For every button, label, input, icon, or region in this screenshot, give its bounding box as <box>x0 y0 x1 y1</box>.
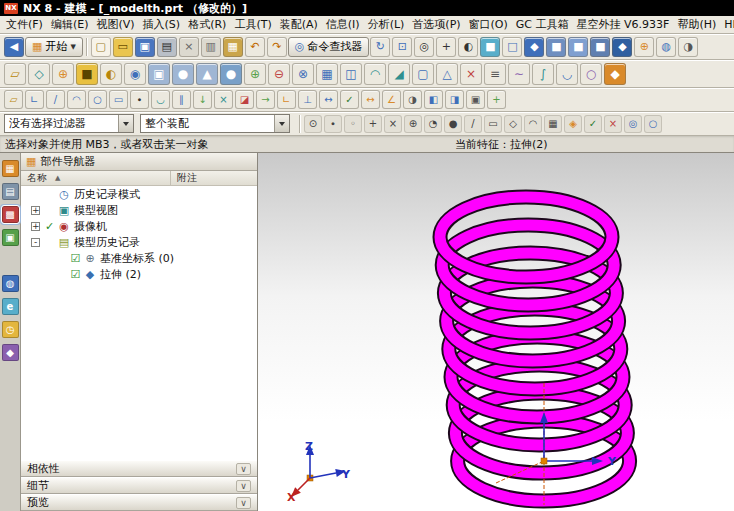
chamfer-icon[interactable]: ◢ <box>388 63 410 85</box>
sew-icon[interactable]: ∼ <box>508 63 530 85</box>
tangent-point-icon[interactable]: ◠ <box>524 115 542 133</box>
expander-icon[interactable] <box>57 254 66 263</box>
redo-icon[interactable]: ↷ <box>267 37 287 57</box>
open-icon[interactable]: ▭ <box>113 37 133 57</box>
tree-item-model-history[interactable]: - ▤ 模型历史记录 <box>21 234 257 250</box>
clip-section-icon[interactable]: ◨ <box>445 90 464 109</box>
part-navigator-icon[interactable]: ▩ <box>2 206 19 223</box>
show-and-hide-icon[interactable]: ◑ <box>403 90 422 109</box>
menu-file[interactable]: 文件(F) <box>2 16 47 33</box>
shell-icon[interactable]: ▢ <box>412 63 434 85</box>
part-navigator-header[interactable]: ▦ 部件导航器 <box>21 153 257 171</box>
mirror-feature-icon[interactable]: ◫ <box>340 63 362 85</box>
point-icon[interactable]: ∙ <box>130 90 149 109</box>
tree-item-extrude[interactable]: ☑ ◆ 拉伸 (2) <box>21 266 257 282</box>
circle-icon[interactable]: ○ <box>88 90 107 109</box>
system-materials-icon[interactable]: ◆ <box>2 344 19 361</box>
quick-extend-icon[interactable]: → <box>256 90 275 109</box>
back-icon[interactable]: ◀ <box>4 37 24 57</box>
existing-point-icon[interactable]: ● <box>444 115 462 133</box>
sketch-icon[interactable]: ▱ <box>4 63 26 85</box>
expander-icon[interactable]: + <box>31 206 40 215</box>
trim-body-icon[interactable]: × <box>460 63 482 85</box>
rectangle-icon[interactable]: ▭ <box>109 90 128 109</box>
command-finder-button[interactable]: ◎ 命令查找器 <box>288 37 370 57</box>
wcs-orient-icon[interactable]: ◈ <box>564 115 582 133</box>
sphere-icon[interactable]: ● <box>220 63 242 85</box>
copy-icon[interactable]: ▥ <box>201 37 221 57</box>
undo-icon[interactable]: ↶ <box>245 37 265 57</box>
menu-hb-mould[interactable]: HB_MOULD M6.6 <box>720 17 734 32</box>
wireframe-view-icon[interactable]: □ <box>502 37 522 57</box>
paste-icon[interactable]: ▦ <box>223 37 243 57</box>
thicken-icon[interactable]: ≡ <box>484 63 506 85</box>
profile-icon[interactable]: ∟ <box>25 90 44 109</box>
edge-blend-icon[interactable]: ◠ <box>364 63 386 85</box>
expander-icon[interactable]: - <box>31 238 40 247</box>
menu-window[interactable]: 窗口(O) <box>465 16 512 33</box>
tree-item-history-mode[interactable]: ◷ 历史记录模式 <box>21 186 257 202</box>
hole-icon[interactable]: ◉ <box>124 63 146 85</box>
chevron-down-icon[interactable]: ∨ <box>236 463 251 475</box>
checkbox-icon[interactable]: ☑ <box>69 268 82 281</box>
point-on-face-icon[interactable]: ▭ <box>484 115 502 133</box>
graphics-viewport[interactable]: Y Z Y X <box>258 153 734 511</box>
draft-icon[interactable]: △ <box>436 63 458 85</box>
spring-model[interactable] <box>440 197 630 501</box>
menu-insert[interactable]: 插入(S) <box>139 16 185 33</box>
point-on-curve-icon[interactable]: / <box>464 115 482 133</box>
grid-point-icon[interactable]: ▦ <box>544 115 562 133</box>
project-curve-icon[interactable]: ↓ <box>193 90 212 109</box>
intersect-icon[interactable]: ⊗ <box>292 63 314 85</box>
fillet-icon[interactable]: ◡ <box>151 90 170 109</box>
dropdown-arrow-icon[interactable] <box>274 115 289 132</box>
menu-assemblies[interactable]: 装配(A) <box>276 16 322 33</box>
tube-icon[interactable]: ○ <box>580 63 602 85</box>
offset-curve-icon[interactable]: ∥ <box>172 90 191 109</box>
arc-icon[interactable]: ◠ <box>67 90 86 109</box>
section-details[interactable]: 细节 ∨ <box>21 477 257 494</box>
pattern-feature-icon[interactable]: ▦ <box>316 63 338 85</box>
menu-view[interactable]: 视图(V) <box>92 16 138 33</box>
rotate-view-icon[interactable]: ◐ <box>458 37 478 57</box>
tree-item-cameras[interactable]: + ✓ ◉ 摄像机 <box>21 218 257 234</box>
clear-selection-icon[interactable]: × <box>604 115 622 133</box>
control-point-icon[interactable]: + <box>364 115 382 133</box>
menu-edit[interactable]: 编辑(E) <box>47 16 93 33</box>
section-preview[interactable]: 预览 ∨ <box>21 494 257 511</box>
unite-icon[interactable]: ⊕ <box>244 63 266 85</box>
constraint-navigator-icon[interactable]: ▤ <box>2 183 19 200</box>
web-browser-icon[interactable]: e <box>2 298 19 315</box>
trimetric-view-icon[interactable]: ◆ <box>524 37 544 57</box>
expander-icon[interactable] <box>57 270 66 279</box>
revolve-icon[interactable]: ◐ <box>100 63 122 85</box>
quick-trim-icon[interactable]: ◪ <box>235 90 254 109</box>
menu-help[interactable]: 帮助(H) <box>673 16 720 33</box>
expander-icon[interactable]: + <box>31 222 40 231</box>
selection-ball-icon[interactable]: ○ <box>644 115 662 133</box>
chevron-down-icon[interactable]: ∨ <box>236 480 251 492</box>
quadrant-point-icon[interactable]: ◔ <box>424 115 442 133</box>
rapid-dimension-icon[interactable]: ↔ <box>319 90 338 109</box>
enable-snap-icon[interactable]: ✓ <box>584 115 602 133</box>
wcs-icon[interactable]: ⊕ <box>634 37 654 57</box>
shaded-view-icon[interactable]: ■ <box>480 37 500 57</box>
checkbox-icon[interactable]: ✓ <box>43 220 56 233</box>
menu-analysis[interactable]: 分析(L) <box>364 16 409 33</box>
subtract-icon[interactable]: ⊖ <box>268 63 290 85</box>
column-note[interactable]: 附注 <box>171 171 257 185</box>
menu-starsky-plugin[interactable]: 星空外挂 V6.933F <box>573 16 674 33</box>
assembly-navigator-icon[interactable]: ▦ <box>2 160 19 177</box>
direct-sketch-icon[interactable]: ▱ <box>4 90 23 109</box>
tree-item-model-views[interactable]: + ▣ 模型视图 <box>21 202 257 218</box>
expander-icon[interactable] <box>31 190 40 199</box>
datum-plane-icon[interactable]: ◇ <box>28 63 50 85</box>
menu-format[interactable]: 格式(R) <box>184 16 230 33</box>
object-display-icon[interactable]: ◍ <box>656 37 676 57</box>
datum-csys-icon[interactable]: ⊕ <box>52 63 74 85</box>
bounded-plane-icon[interactable]: ◇ <box>504 115 522 133</box>
history-icon[interactable]: ◷ <box>2 321 19 338</box>
checkbox-icon[interactable]: ☑ <box>69 252 82 265</box>
block-icon[interactable]: ▣ <box>148 63 170 85</box>
make-corner-icon[interactable]: ∟ <box>277 90 296 109</box>
